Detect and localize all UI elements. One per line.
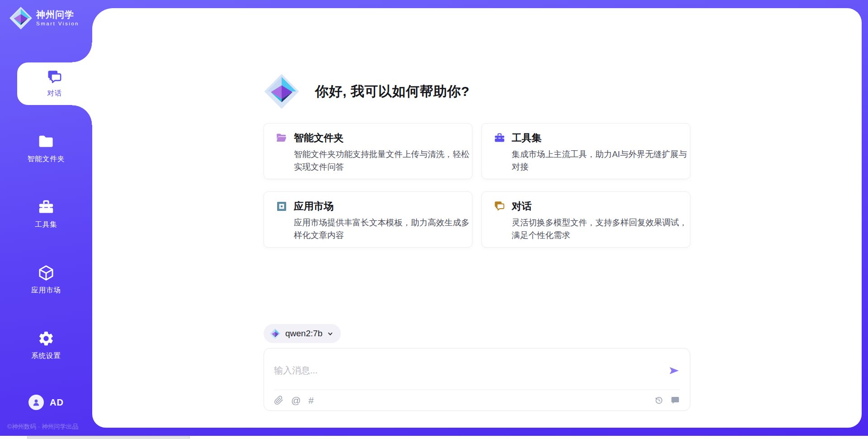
diamond-logo-icon bbox=[264, 73, 300, 110]
toolbox-icon bbox=[494, 132, 505, 144]
folder-open-icon bbox=[276, 132, 288, 144]
brand-logo: 神州问学 Smart Vision bbox=[9, 6, 79, 30]
sidebar-item-chat[interactable]: 对话 bbox=[17, 62, 92, 105]
sidebar-item-smart-folder[interactable]: 智能文件夹 bbox=[0, 133, 92, 164]
chat-square-icon[interactable] bbox=[670, 396, 680, 405]
card-title: 智能文件夹 bbox=[294, 131, 344, 145]
sidebar-item-label: 系统设置 bbox=[31, 351, 61, 361]
model-name: qwen2:7b bbox=[285, 329, 322, 339]
toolbox-icon bbox=[38, 199, 55, 216]
chat-bubbles-icon bbox=[494, 200, 505, 212]
cube-icon bbox=[38, 264, 55, 282]
message-input[interactable]: 输入消息... bbox=[274, 364, 668, 377]
send-icon[interactable] bbox=[668, 365, 680, 377]
brand-subtitle: Smart Vision bbox=[36, 21, 79, 27]
sidebar-item-label: 对话 bbox=[47, 89, 62, 98]
gear-icon bbox=[38, 330, 55, 347]
composer: qwen2:7b 输入消息... @ # bbox=[264, 324, 690, 411]
composer-toolbar: @ # bbox=[274, 390, 680, 405]
card-toolset[interactable]: 工具集 集成市场上主流工具，助力AI与外界无缝扩展与对接 bbox=[481, 123, 690, 179]
hash-icon[interactable]: # bbox=[308, 396, 314, 405]
chevron-down-icon bbox=[327, 330, 334, 337]
greeting-title: 你好, 我可以如何帮助你? bbox=[315, 82, 470, 101]
scrollbar-thumb[interactable] bbox=[27, 436, 190, 439]
sidebar-item-label: 应用市场 bbox=[31, 286, 61, 295]
paperclip-icon[interactable] bbox=[274, 396, 283, 405]
diamond-logo-icon bbox=[269, 328, 281, 339]
card-description: 灵活切换多模型文件，支持多样回复效果调试，满足个性化需求 bbox=[512, 216, 688, 242]
message-input-card: 输入消息... @ # bbox=[264, 348, 690, 411]
card-description: 应用市场提供丰富长文本模板，助力高效生成多样化文章内容 bbox=[294, 216, 470, 242]
main-panel: 你好, 我可以如何帮助你? 智能文件夹 智能文件夹功能支持批量文件上传与清洗，轻… bbox=[92, 8, 862, 428]
card-description: 智能文件夹功能支持批量文件上传与清洗，轻松实现文件问答 bbox=[294, 148, 470, 173]
sidebar-item-label: 工具集 bbox=[35, 220, 57, 229]
sidebar-item-settings[interactable]: 系统设置 bbox=[0, 330, 92, 361]
sidebar: 神州问学 Smart Vision 对话 智能文件夹 工具集 应用市场 系统设置 bbox=[0, 0, 92, 439]
copyright-text: ©神州数码 · 神州问学出品 bbox=[7, 423, 78, 431]
card-smart-folder[interactable]: 智能文件夹 智能文件夹功能支持批量文件上传与清洗，轻松实现文件问答 bbox=[264, 123, 472, 179]
card-chat[interactable]: 对话 灵活切换多模型文件，支持多样回复效果调试，满足个性化需求 bbox=[481, 191, 690, 248]
card-description: 集成市场上主流工具，助力AI与外界无缝扩展与对接 bbox=[512, 148, 688, 173]
app-window: 神州问学 Smart Vision 对话 智能文件夹 工具集 应用市场 系统设置 bbox=[0, 0, 868, 439]
folder-icon bbox=[38, 133, 55, 150]
user-initials: AD bbox=[50, 397, 64, 408]
sidebar-item-app-market[interactable]: 应用市场 bbox=[0, 264, 92, 295]
card-app-market[interactable]: 应用市场 应用市场提供丰富长文本模板，助力高效生成多样化文章内容 bbox=[264, 191, 472, 248]
card-title: 工具集 bbox=[512, 131, 542, 145]
sidebar-item-label: 智能文件夹 bbox=[28, 154, 65, 164]
chat-bubbles-icon bbox=[47, 69, 63, 86]
feature-cards: 智能文件夹 智能文件夹功能支持批量文件上传与清洗，轻松实现文件问答 工具集 集成… bbox=[264, 123, 690, 248]
app-grid-icon bbox=[276, 200, 288, 212]
at-sign-icon[interactable]: @ bbox=[291, 396, 301, 405]
model-selector[interactable]: qwen2:7b bbox=[264, 324, 341, 343]
card-title: 对话 bbox=[512, 200, 532, 213]
greeting-block: 你好, 我可以如何帮助你? bbox=[264, 73, 690, 110]
horizontal-scrollbar[interactable] bbox=[0, 436, 868, 439]
person-icon bbox=[32, 398, 41, 407]
avatar bbox=[28, 395, 44, 410]
card-title: 应用市场 bbox=[294, 200, 334, 213]
brand-title: 神州问学 bbox=[36, 10, 79, 20]
diamond-logo-icon bbox=[9, 6, 33, 30]
sidebar-item-toolset[interactable]: 工具集 bbox=[0, 199, 92, 229]
user-account[interactable]: AD bbox=[0, 395, 92, 410]
history-icon[interactable] bbox=[654, 396, 664, 405]
